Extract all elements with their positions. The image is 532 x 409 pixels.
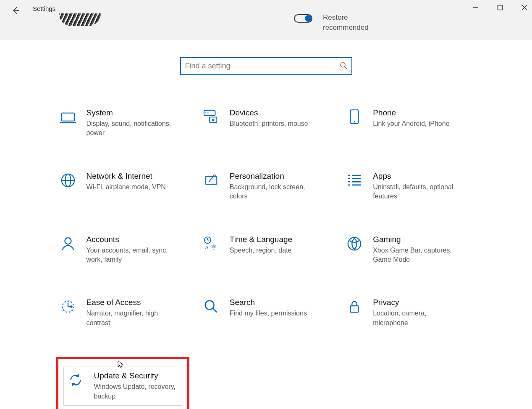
svg-point-41 (341, 63, 345, 67)
search-icon (340, 62, 347, 70)
tile-title: Search (230, 298, 330, 307)
tile-desc: Wi-Fi, airplane mode, VPN (86, 182, 175, 192)
back-button[interactable] (11, 6, 20, 16)
tile-title: Accounts (86, 235, 187, 244)
tile-title: Update & Security (94, 371, 179, 380)
tile-privacy[interactable]: Privacy Location, camera, microphone (343, 294, 476, 332)
network-icon (59, 172, 77, 188)
devices-icon (202, 108, 220, 125)
ease-icon (59, 298, 77, 315)
search-input[interactable] (185, 62, 340, 70)
tile-desc: Windows Update, recovery, backup (94, 382, 179, 401)
tile-title: Network & Internet (86, 172, 187, 181)
onedrive-toggle-fragment: Restorerecommended (294, 13, 369, 33)
svg-line-42 (345, 67, 347, 69)
tile-desc: Display, sound, notifications, power (86, 119, 175, 138)
window-controls (472, 3, 529, 12)
tile-accounts[interactable]: Accounts Your accounts, email, sync, wor… (56, 231, 189, 269)
gaming-icon (345, 235, 364, 252)
tile-desc: Background, lock screen, colors (230, 182, 318, 201)
tile-title: Ease of Access (86, 298, 187, 307)
tile-phone[interactable]: Phone Link your Android, iPhone (343, 104, 476, 142)
tile-title: Time & Language (230, 235, 330, 244)
avatar-partial (59, 13, 101, 26)
apps-icon (345, 172, 364, 188)
minimize-button[interactable] (472, 3, 480, 12)
tile-title: System (86, 108, 187, 117)
tile-ease[interactable]: Ease of Access Narrator, magnifier, high… (56, 294, 189, 332)
content-area: System Display, sound, notifications, po… (0, 40, 532, 409)
accounts-icon (59, 235, 77, 252)
header-bar: Settings Restorerecommended (0, 0, 532, 40)
tile-desc: Find my files, permissions (230, 309, 318, 318)
tile-desc: Bluetooth, printers, mouse (230, 119, 318, 128)
tile-title: Devices (230, 108, 330, 117)
tile-title: Privacy (373, 298, 473, 307)
tile-desc: Your accounts, email, sync, work, family (86, 246, 175, 265)
tile-apps[interactable]: Apps Uninstall, defaults, optional featu… (343, 167, 476, 206)
settings-grid: System Display, sound, notifications, po… (56, 104, 476, 409)
tile-update[interactable]: Update & Security Windows Update, recove… (56, 357, 189, 409)
tile-search[interactable]: Search Find my files, permissions (199, 294, 333, 332)
tile-devices[interactable]: Devices Bluetooth, printers, mouse (199, 104, 333, 142)
personalization-icon (202, 172, 220, 188)
tile-network[interactable]: Network & Internet Wi-Fi, airplane mode,… (56, 167, 189, 206)
tile-desc: Uninstall, defaults, optional features (373, 182, 461, 201)
tile-time[interactable]: Time & Language Speech, region, date (199, 231, 333, 269)
tile-personalization[interactable]: Personalization Background, lock screen,… (199, 167, 333, 206)
close-button[interactable] (520, 3, 529, 12)
toggle-switch[interactable] (294, 14, 312, 23)
tile-title: Personalization (230, 172, 330, 181)
search-category-icon (202, 298, 220, 315)
tile-system[interactable]: System Display, sound, notifications, po… (56, 104, 189, 142)
tile-title: Phone (373, 108, 473, 117)
update-icon (66, 371, 85, 388)
window-title: Settings (33, 5, 55, 12)
time-icon (202, 235, 220, 252)
toggle-label: Restorerecommended (323, 13, 369, 33)
tile-desc: Link your Android, iPhone (373, 119, 461, 128)
svg-rect-38 (498, 5, 503, 10)
system-icon (59, 108, 77, 125)
search-box[interactable] (180, 57, 352, 75)
tile-title: Gaming (373, 235, 473, 244)
phone-icon (345, 108, 364, 125)
tile-desc: Xbox Game Bar, captures, Game Mode (373, 246, 461, 265)
tile-desc: Narrator, magnifier, high contrast (86, 309, 175, 328)
tile-desc: Location, camera, microphone (373, 309, 461, 328)
tile-gaming[interactable]: Gaming Xbox Game Bar, captures, Game Mod… (343, 231, 476, 269)
tile-title: Apps (373, 172, 473, 181)
privacy-icon (345, 298, 364, 315)
maximize-button[interactable] (496, 3, 504, 12)
tile-desc: Speech, region, date (230, 246, 318, 255)
